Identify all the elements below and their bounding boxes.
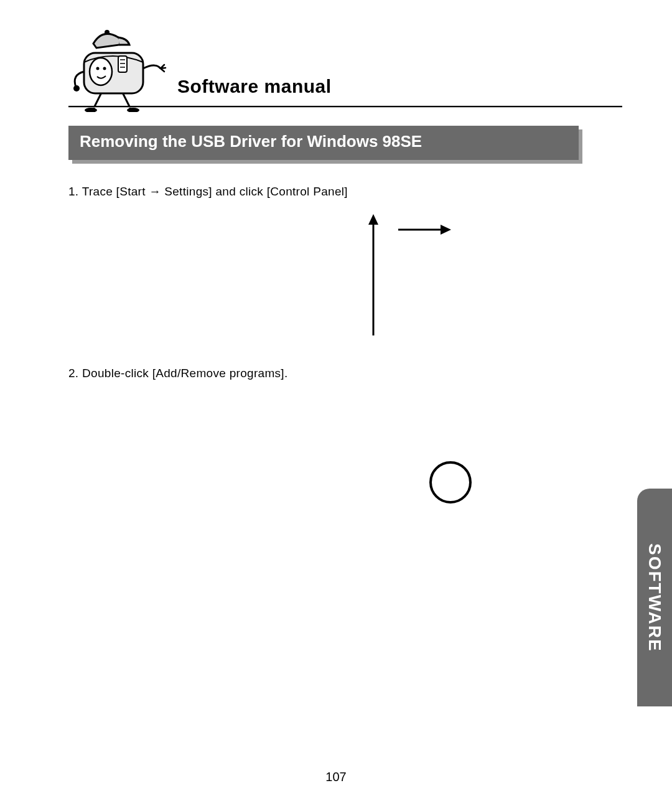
diagram-arrows-icon xyxy=(336,211,473,344)
svg-point-7 xyxy=(103,67,106,70)
svg-marker-15 xyxy=(368,214,378,225)
svg-point-2 xyxy=(85,108,97,112)
section-heading-container: Removing the USB Driver for Windows 98SE xyxy=(68,126,622,160)
side-tab: SOFTWARE xyxy=(637,489,672,706)
svg-point-3 xyxy=(127,108,139,112)
svg-point-5 xyxy=(90,58,112,85)
section-heading: Removing the USB Driver for Windows 98SE xyxy=(68,126,579,160)
side-tab-label: SOFTWARE xyxy=(645,543,665,652)
page-header: Software manual xyxy=(68,25,622,112)
svg-marker-17 xyxy=(441,225,451,235)
page: Software manual Removing the USB Driver … xyxy=(0,0,672,806)
step-1-text: 1. Trace [Start → Settings] and click [C… xyxy=(68,185,622,199)
svg-point-6 xyxy=(96,67,100,70)
chapter-title: Software manual xyxy=(177,76,332,97)
page-number: 107 xyxy=(0,770,672,784)
mascot-icon xyxy=(68,19,168,115)
step-2-text: 2. Double-click [Add/Remove programs]. xyxy=(68,367,622,380)
circle-callout-icon xyxy=(429,461,472,504)
svg-rect-8 xyxy=(118,56,127,72)
svg-point-13 xyxy=(73,85,80,91)
header-rule xyxy=(68,106,622,108)
svg-point-12 xyxy=(105,30,110,35)
